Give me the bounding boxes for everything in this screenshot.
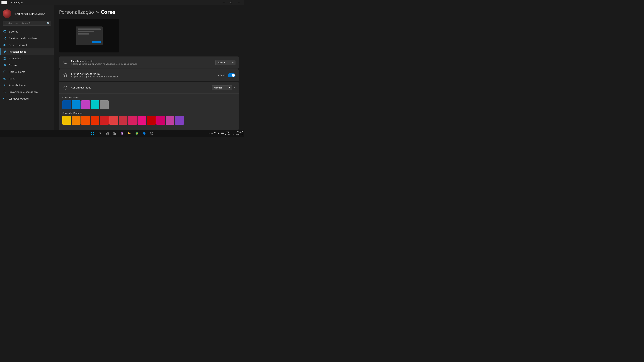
svg-point-26 [136,133,137,134]
recent-color-swatch-3[interactable] [90,100,99,109]
recent-color-swatch-2[interactable] [81,100,90,109]
windows-color-swatch-4[interactable] [100,116,109,125]
sistema-nav-icon [3,30,6,33]
windows-color-swatch-12[interactable] [175,116,184,125]
sidebar-item-hora[interactable]: Hora e idioma [0,68,54,75]
windows-color-swatch-8[interactable] [138,116,146,125]
task-view-icon[interactable] [104,130,111,137]
sidebar-item-jogos[interactable]: Jogos [0,75,54,82]
sidebar-item-label-sistema: Sistema [9,30,18,33]
sidebar-item-aplicativos[interactable]: Aplicativos [0,55,54,62]
chevron-up-icon[interactable]: ∧ [208,132,210,135]
windows-color-swatch-3[interactable] [90,116,99,125]
taskbar: 💬 🔵 [0,130,244,137]
transparency-toggle[interactable] [228,73,236,77]
lang-variant: PTB2 [225,133,230,136]
svg-point-29 [151,133,152,134]
bluetooth-nav-icon [3,37,6,40]
accent-header: Cor em destaque Manual ▼ ∧ [59,82,239,93]
windows-color-swatch-5[interactable] [109,116,118,125]
sidebar-item-label-jogos: Jogos [9,77,15,80]
windows-logo-icon [91,132,94,135]
taskbar-clock[interactable]: 13:07 28/11/2021 [231,131,243,136]
settings-section-mode: Escolher seu modo Alterar as cores que a… [59,56,239,68]
recent-color-swatch-4[interactable] [100,100,109,109]
sidebar-item-contas[interactable]: Contas [0,62,54,68]
start-button[interactable] [89,130,96,137]
close-button[interactable]: ✕ [235,0,243,5]
windows-color-swatches [62,116,236,125]
breadcrumb: Personalização > Cores [59,9,239,15]
titlebar: ← Configurações — ❐ ✕ [0,0,244,5]
username: Marco Aurelio Rocha Suckow [14,12,44,15]
svg-marker-31 [218,132,219,134]
svg-rect-33 [222,133,223,134]
user-profile: Marco Aurelio Rocha Suckow [0,8,54,21]
minimize-button[interactable]: — [220,0,228,5]
avatar [3,9,12,18]
transparency-subtitle: As janelas e superfícies aparecem transl… [71,76,218,78]
svg-rect-6 [5,59,6,60]
accent-dropdown-arrow-icon: ▼ [228,87,230,89]
transparency-text: Efeitos de transparência As janelas e su… [71,72,218,78]
back-button[interactable]: ← [1,1,7,4]
accent-dropdown[interactable]: Manual ▼ [212,85,232,90]
file-explorer-icon[interactable] [126,130,133,137]
sidebar-item-rede[interactable]: Rede e Internet [0,42,54,48]
sidebar-item-acessibilidade[interactable]: Acessibilidade [0,82,54,89]
chat-icon[interactable]: 💬 [119,130,126,137]
windows-color-swatch-10[interactable] [156,116,165,125]
recent-color-swatch-0[interactable] [62,100,71,109]
browser-icon[interactable] [134,130,140,137]
sidebar-item-label-windows-update: Windows Update [9,97,29,100]
acessibilidade-nav-icon [3,84,6,87]
sidebar-item-privacidade[interactable]: Privacidade e segurança [0,89,54,95]
maximize-button[interactable]: ❐ [228,0,235,5]
taskbar-center: 💬 🔵 [89,130,155,137]
transparency-label: Ativado [218,74,226,77]
recent-color-swatch-1[interactable] [72,100,80,109]
accent-collapse-icon[interactable]: ∧ [234,86,236,89]
windows-color-swatch-11[interactable] [166,116,174,125]
sidebar-item-windows-update[interactable]: Windows Update [0,95,54,102]
wifi-icon[interactable] [214,132,216,135]
sidebar-item-sistema[interactable]: Sistema [0,28,54,35]
settings-taskbar-icon[interactable] [148,130,155,137]
mode-dropdown[interactable]: Escuro ▼ [215,60,236,65]
weather-icon[interactable]: 🌤 [211,132,213,135]
nav-container: Sistema Bluetooth e dispositivos Rede e … [0,28,54,102]
breadcrumb-parent: Personalização [59,9,94,15]
clock-date: 28/11/2021 [231,133,243,136]
windows-color-swatch-6[interactable] [119,116,128,125]
preview-line-3 [78,33,89,34]
svg-rect-9 [4,78,6,79]
sidebar-item-personalizacao[interactable]: Personalização [0,48,54,55]
taskbar-right: ∧ 🌤 [208,131,243,136]
preview-button [92,41,100,43]
svg-rect-14 [106,132,107,133]
window-controls: — ❐ ✕ [220,0,243,5]
windows-color-swatch-9[interactable] [147,116,156,125]
chromium-icon[interactable]: 🔵 [141,130,148,137]
svg-rect-4 [5,57,6,58]
sidebar-item-label-hora: Hora e idioma [9,70,25,73]
windows-color-swatch-1[interactable] [72,116,80,125]
search-taskbar-icon[interactable] [96,130,103,137]
language-indicator: POR PTB2 [225,131,230,136]
battery-icon[interactable] [221,132,224,135]
accent-control: Manual ▼ ∧ [212,85,236,90]
sidebar-item-bluetooth[interactable]: Bluetooth e dispositivos [0,35,54,42]
windows-color-swatch-0[interactable] [62,116,71,125]
volume-icon[interactable] [218,132,220,135]
transparency-control: Ativado [218,73,236,77]
system-tray: ∧ 🌤 [208,132,224,135]
search-input[interactable] [3,21,51,26]
personalizacao-nav-icon [3,50,6,53]
windows-color-swatch-2[interactable] [81,116,90,125]
mode-control[interactable]: Escuro ▼ [215,60,236,65]
accent-dropdown-value: Manual [214,86,222,89]
recent-colors-label: Cores recentes [62,96,236,99]
windows-color-swatch-7[interactable] [128,116,137,125]
hora-nav-icon [3,70,6,73]
widgets-icon[interactable] [111,130,118,137]
